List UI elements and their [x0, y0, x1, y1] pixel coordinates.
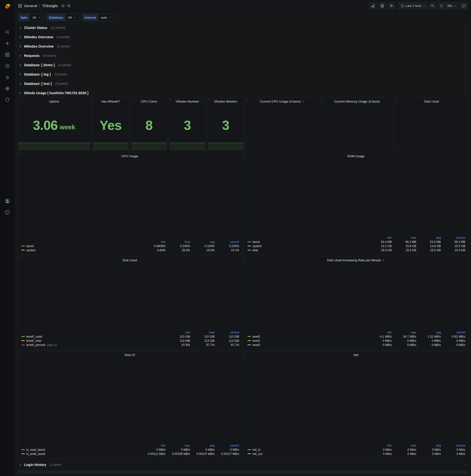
panel-info-icon[interactable]: i [245, 257, 246, 260]
dashboard-row-header[interactable]: Cluster Status(21 panels) [18, 23, 468, 32]
legend-column-header[interactable]: current [215, 331, 239, 334]
legend-series-name[interactable]: io_read_taosd [21, 448, 141, 451]
legend-column-header[interactable]: max [166, 444, 190, 447]
row-drag-handle[interactable] [464, 82, 467, 85]
panel-info-icon[interactable]: i [208, 98, 209, 101]
legend-column-header[interactable]: min [141, 240, 166, 244]
refresh-button[interactable] [438, 2, 445, 10]
legend-column-header[interactable]: max [392, 331, 416, 334]
row-drag-handle[interactable] [464, 26, 467, 30]
panel-info-icon[interactable]: i [19, 153, 19, 155]
panel-title[interactable]: Disk Used Increasing Rate per Minute [244, 257, 468, 264]
legend-column-header[interactable]: min [166, 331, 190, 334]
panel-info-icon[interactable]: i [245, 153, 246, 155]
legend-column-header[interactable]: avg [416, 444, 441, 447]
panel-title[interactable]: Disk Used [395, 98, 468, 105]
panel-info-icon[interactable]: i [245, 352, 246, 354]
dashboard-row-header[interactable]: MNodes Overview(2 panels) [18, 42, 468, 51]
add-panel-button[interactable] [369, 2, 377, 10]
panel-title[interactable]: Uptime [18, 98, 90, 105]
share-icon[interactable] [67, 4, 70, 8]
breadcrumb-folder[interactable]: General [24, 4, 37, 8]
panel-info-icon[interactable]: i [396, 98, 397, 101]
breadcrumb-dashboard-title[interactable]: TDinsight [42, 4, 58, 8]
sidebar-item-explore[interactable] [0, 60, 15, 72]
legend-column-header[interactable]: current [441, 444, 465, 447]
legend-column-header[interactable]: avg [416, 331, 441, 334]
panel-title[interactable]: CPU Cores [131, 98, 167, 105]
legend-column-header[interactable]: avg [416, 236, 441, 239]
legend-series-name[interactable]: total [248, 249, 367, 252]
sidebar-item-configuration[interactable] [0, 83, 15, 94]
legend-column-header[interactable]: current [215, 444, 239, 447]
panel-title[interactable]: VNodes Number [169, 98, 205, 105]
legend-column-header[interactable]: avg [190, 444, 215, 447]
legend-series-name[interactable]: taosd [21, 244, 141, 248]
panel-info-icon[interactable]: i [247, 98, 248, 101]
legend-series-name[interactable]: net_out [248, 452, 367, 456]
row-drag-handle[interactable] [464, 462, 467, 466]
grafana-logo[interactable] [0, 0, 15, 13]
variable-value-interval[interactable]: auto [98, 14, 114, 21]
legend-series-name[interactable]: level0 [248, 335, 367, 338]
dashboard-row-header[interactable]: Login History(1 panel) [18, 460, 468, 469]
sidebar-item-server-admin[interactable] [0, 94, 15, 105]
dashboard-row-header[interactable]: Database: [ test ](5 panels) [18, 79, 468, 88]
legend-series-name[interactable]: system [21, 249, 141, 252]
legend-series-name[interactable]: net_in [248, 448, 367, 451]
row-drag-handle[interactable] [464, 35, 467, 39]
panel-title[interactable]: Disk IO [18, 351, 242, 358]
legend-series-name[interactable]: level0_used [21, 335, 166, 338]
legend-series-name[interactable]: system [248, 244, 367, 248]
panel-info-icon[interactable]: i [93, 98, 94, 101]
dashboard-row-header[interactable]: Database: [ log ](5 panels) [18, 70, 468, 79]
panel-title[interactable]: Current CPU Usage of taosd [246, 98, 319, 105]
legend-column-header[interactable]: current [215, 240, 239, 244]
cycle-view-mode-button[interactable] [460, 2, 468, 10]
row-drag-handle[interactable] [464, 63, 467, 67]
legend-column-header[interactable]: avg [190, 240, 215, 244]
dashboard-row-header[interactable]: Database: [ demo ](5 panels) [18, 60, 468, 70]
panel-title[interactable]: CPU Usage [18, 153, 242, 159]
sidebar-item-create[interactable] [0, 38, 15, 49]
panel-title[interactable]: Disk Used [18, 257, 242, 264]
panel-title[interactable]: Net [244, 351, 468, 358]
star-icon[interactable] [61, 4, 65, 8]
legend-column-header[interactable]: max [392, 444, 416, 447]
time-range-picker[interactable]: Last 1 hour [399, 2, 427, 10]
save-dashboard-button[interactable] [379, 2, 386, 10]
legend-column-header[interactable]: min [367, 331, 392, 334]
legend-series-name[interactable]: taosd [248, 240, 367, 244]
row-drag-handle[interactable] [464, 53, 467, 57]
variable-value-database[interactable]: All [66, 14, 79, 21]
panel-title[interactable]: RAM Usage [244, 153, 468, 159]
panel-title[interactable]: Current Memory Usage of taosd [321, 98, 393, 105]
panel-info-icon[interactable]: i [19, 257, 19, 260]
legend-column-header[interactable]: max [190, 331, 215, 334]
legend-column-header[interactable]: max [392, 236, 416, 239]
legend-series-name[interactable]: level1 [248, 339, 367, 342]
panel-info-icon[interactable]: i [19, 352, 19, 354]
panel-info-icon[interactable]: i [170, 98, 171, 101]
dashboard-row-header[interactable]: DNode Usage [ huolinhe-TM1701:6030 ] [18, 88, 468, 98]
panel-info-icon[interactable]: i [132, 98, 133, 101]
panel-title[interactable]: VNodes Masters [208, 98, 244, 105]
panel-info-icon[interactable]: i [19, 98, 19, 101]
legend-series-name[interactable]: level0_percent(right-y) [21, 343, 166, 347]
sidebar-item-alerting[interactable] [0, 72, 15, 83]
legend-column-header[interactable]: current [441, 331, 465, 334]
row-drag-handle[interactable] [464, 44, 467, 48]
legend-column-header[interactable]: min [367, 444, 392, 447]
sidebar-item-search[interactable] [0, 27, 15, 38]
variable-value-fqdn[interactable]: All [30, 14, 43, 21]
legend-series-name[interactable]: level0_total [21, 339, 166, 342]
legend-series-name[interactable]: io_write_taosd [21, 452, 141, 456]
row-drag-handle[interactable] [464, 91, 467, 95]
legend-series-name[interactable]: level2 [248, 343, 367, 347]
dashboard-row-header[interactable]: DNodes Overview(4 panels) [18, 32, 468, 42]
dashboard-settings-button[interactable] [387, 2, 395, 10]
sidebar-item-dashboards[interactable] [0, 49, 15, 60]
dashboard-row-header[interactable]: Requests(4 panels) [18, 51, 468, 60]
legend-column-header[interactable]: max [166, 240, 190, 244]
row-drag-handle[interactable] [464, 72, 467, 76]
